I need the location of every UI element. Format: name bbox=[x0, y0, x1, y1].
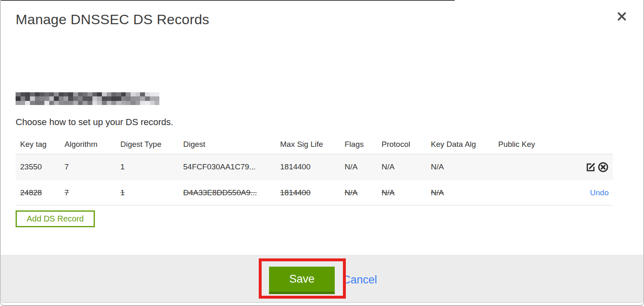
delete-record-button[interactable] bbox=[597, 161, 609, 173]
setup-instructions-text: Choose how to set up your DS records. bbox=[16, 117, 173, 128]
cell-algorithm: 7 bbox=[64, 188, 120, 197]
edit-icon bbox=[585, 162, 596, 173]
redacted-domain-name bbox=[16, 92, 159, 105]
cell-key-data-alg: N/A bbox=[431, 188, 498, 197]
cell-key-data-alg: N/A bbox=[431, 162, 498, 171]
column-header-max-sig-life: Max Sig Life bbox=[280, 140, 345, 149]
table-header-row: Key tag Algorithm Digest Type Digest Max… bbox=[16, 135, 613, 154]
cell-max-sig-life: 1814400 bbox=[280, 188, 345, 197]
add-ds-record-button[interactable]: Add DS Record bbox=[16, 210, 95, 227]
cell-max-sig-life: 1814400 bbox=[280, 162, 345, 171]
cell-algorithm: 7 bbox=[64, 162, 120, 171]
page-title: Manage DNSSEC DS Records bbox=[16, 11, 209, 27]
manage-dnssec-modal: Manage DNSSEC DS Records Choose how to s… bbox=[0, 0, 644, 306]
cell-protocol: N/A bbox=[382, 188, 431, 197]
cell-flags: N/A bbox=[345, 188, 382, 197]
cell-digest-type: 1 bbox=[120, 188, 183, 197]
cell-key-tag: 24828 bbox=[16, 188, 64, 197]
delete-circle-x-icon bbox=[598, 162, 609, 173]
cell-digest: 54FCF030AA1C79... bbox=[183, 162, 280, 171]
cell-flags: N/A bbox=[345, 162, 382, 171]
column-header-digest-type: Digest Type bbox=[120, 140, 183, 149]
cell-digest: D4A33E8DD550A9... bbox=[183, 188, 280, 197]
cell-key-tag: 23550 bbox=[16, 162, 64, 171]
close-button[interactable] bbox=[614, 9, 629, 24]
ds-records-table: Key tag Algorithm Digest Type Digest Max… bbox=[16, 135, 613, 206]
column-header-flags: Flags bbox=[345, 140, 382, 149]
column-header-key-data-alg: Key Data Alg bbox=[431, 140, 498, 149]
column-header-algorithm: Algorithm bbox=[64, 140, 120, 149]
window-top-edge bbox=[1, 0, 455, 1]
column-header-key-tag: Key tag bbox=[16, 140, 64, 149]
save-button[interactable]: Save bbox=[269, 267, 335, 294]
column-header-digest: Digest bbox=[183, 140, 280, 149]
close-icon bbox=[616, 11, 627, 22]
cell-digest-type: 1 bbox=[120, 162, 183, 171]
cancel-link[interactable]: Cancel bbox=[343, 274, 377, 286]
table-row-ds-record-1: 23550 7 1 54FCF030AA1C79... 1814400 N/A … bbox=[16, 154, 613, 180]
column-header-protocol: Protocol bbox=[382, 140, 431, 149]
table-row-ds-record-2-deleted: 24828 7 1 D4A33E8DD550A9... 1814400 N/A … bbox=[16, 180, 613, 206]
cell-protocol: N/A bbox=[382, 162, 431, 171]
row-actions: Undo bbox=[552, 188, 613, 197]
row-actions bbox=[552, 161, 613, 173]
undo-delete-link[interactable]: Undo bbox=[590, 188, 609, 197]
edit-record-button[interactable] bbox=[585, 161, 596, 173]
column-header-public-key: Public Key bbox=[498, 140, 552, 149]
